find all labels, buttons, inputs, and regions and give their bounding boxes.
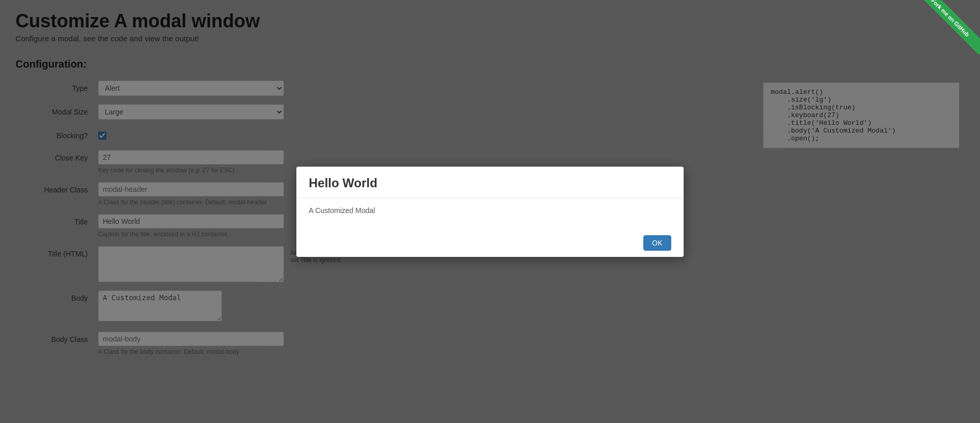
modal-body-text: A Customized Modal [309, 206, 375, 215]
modal-header: Hello World [296, 167, 684, 198]
github-ribbon[interactable]: Fork me on GitHub [918, 0, 980, 62]
modal-dialog: Hello World A Customized Modal OK [296, 167, 684, 257]
modal-body: A Customized Modal [296, 198, 684, 229]
modal-overlay: Hello World A Customized Modal OK [0, 0, 980, 423]
modal-footer: OK [296, 229, 684, 257]
ribbon-label: Fork me on GitHub [918, 0, 980, 55]
modal-title: Hello World [309, 176, 671, 190]
modal-ok-button[interactable]: OK [643, 235, 671, 251]
